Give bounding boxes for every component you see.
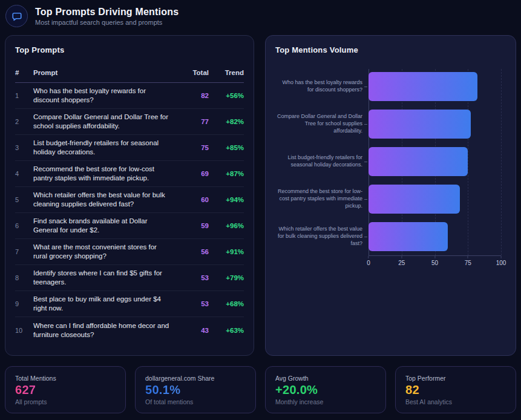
bar-row: List budget-friendly retailers for seaso… xyxy=(275,143,506,180)
table-row[interactable]: 6 Find snack brands available at Dollar … xyxy=(15,213,244,239)
prompt-cell: Recommend the best store for low-cost pa… xyxy=(33,165,179,183)
rank-cell: 6 xyxy=(15,222,33,229)
mentions-volume-panel: Top Mentions Volume Who has the best loy… xyxy=(265,35,516,356)
prompt-cell: Where can I find affordable home decor a… xyxy=(33,321,179,340)
mentions-bar-chart: Who has the best loyalty rewards for dis… xyxy=(275,68,506,271)
bar-row: Compare Dollar General and Dollar Tree f… xyxy=(275,105,506,143)
trend-cell: +91% xyxy=(209,248,244,255)
trend-cell: +56% xyxy=(209,92,244,99)
prompt-cell: Identify stores where I can find $5 gift… xyxy=(33,269,179,287)
bar[interactable] xyxy=(369,72,477,101)
total-cell: 82 xyxy=(179,92,209,99)
total-cell: 56 xyxy=(179,248,209,255)
bar-label: Who has the best loyalty rewards for dis… xyxy=(275,79,369,93)
rank-cell: 9 xyxy=(15,300,33,307)
total-cell: 59 xyxy=(179,222,209,229)
x-tick: 75 xyxy=(465,260,471,266)
table-row[interactable]: 9 Best place to buy milk and eggs under … xyxy=(15,291,244,317)
col-prompt: Prompt xyxy=(33,69,179,76)
table-row[interactable]: 8 Identify stores where I can find $5 gi… xyxy=(15,265,244,291)
bar-track xyxy=(369,72,501,101)
prompt-cell: List budget-friendly retailers for seaso… xyxy=(33,139,179,157)
stat-card-share: dollargeneral.com Share 50.1% Of total m… xyxy=(135,366,256,413)
x-tick: 0 xyxy=(367,260,370,266)
total-cell: 77 xyxy=(179,118,209,125)
total-cell: 43 xyxy=(179,327,209,334)
bar-row: Recommend the best store for low-cost pa… xyxy=(275,180,506,218)
table-row[interactable]: 4 Recommend the best store for low-cost … xyxy=(15,161,244,187)
bar-label: Which retailer offers the best value for… xyxy=(275,226,369,247)
stat-value: 627 xyxy=(15,383,116,397)
bar-track xyxy=(369,110,501,139)
table-row[interactable]: 3 List budget-friendly retailers for sea… xyxy=(15,135,244,161)
col-rank: # xyxy=(15,69,33,76)
prompt-cell: Best place to buy milk and eggs under $4… xyxy=(33,295,179,313)
trend-cell: +87% xyxy=(209,170,244,177)
bar-track xyxy=(369,147,501,176)
bar[interactable] xyxy=(369,222,448,251)
x-axis: 0 25 50 75 100 xyxy=(369,255,501,271)
stat-value: 50.1% xyxy=(145,383,246,397)
stat-value: 82 xyxy=(405,383,506,397)
rank-cell: 1 xyxy=(15,92,33,99)
stats-row: Total Mentions 627 All prompts dollargen… xyxy=(5,366,516,413)
bar-label: List budget-friendly retailers for seaso… xyxy=(275,154,369,168)
rank-cell: 3 xyxy=(15,144,33,151)
stat-sub: Best AI analytics xyxy=(405,398,506,405)
trend-cell: +96% xyxy=(209,222,244,229)
x-tick: 50 xyxy=(431,260,438,266)
trend-cell: +68% xyxy=(209,300,244,307)
rank-cell: 10 xyxy=(15,327,33,334)
bar-row: Who has the best loyalty rewards for dis… xyxy=(275,68,506,105)
top-prompts-title: Top Prompts xyxy=(15,45,244,54)
bar[interactable] xyxy=(369,110,471,139)
rank-cell: 7 xyxy=(15,248,33,255)
prompt-cell: What are the most convenient stores for … xyxy=(33,243,179,261)
col-total: Total xyxy=(179,69,209,76)
stat-label: Avg Growth xyxy=(275,375,376,382)
stat-card-avg-growth: Avg Growth +20.0% Monthly increase xyxy=(265,366,386,413)
page-title: Top Prompts Driving Mentions xyxy=(35,7,179,18)
total-cell: 75 xyxy=(179,144,209,151)
table-row[interactable]: 1 Who has the best loyalty rewards for d… xyxy=(15,83,244,109)
page-subtitle: Most impactful search queries and prompt… xyxy=(35,19,179,26)
bar-label: Recommend the best store for low-cost pa… xyxy=(275,188,369,209)
stat-card-top-performer: Top Performer 82 Best AI analytics xyxy=(395,366,516,413)
prompt-cell: Who has the best loyalty rewards for dis… xyxy=(33,87,179,105)
stat-sub: Monthly increase xyxy=(275,398,376,405)
stat-value: +20.0% xyxy=(275,383,376,397)
rank-cell: 8 xyxy=(15,274,33,281)
trend-cell: +63% xyxy=(209,327,244,334)
x-tick: 100 xyxy=(496,260,506,266)
trend-cell: +85% xyxy=(209,144,244,151)
bar-row: Which retailer offers the best value for… xyxy=(275,218,506,255)
bar[interactable] xyxy=(369,185,460,214)
prompt-cell: Which retailer offers the best value for… xyxy=(33,191,179,209)
bar-track xyxy=(369,185,501,214)
table-header-row: # Prompt Total Trend xyxy=(15,61,244,83)
trend-cell: +94% xyxy=(209,196,244,203)
bar[interactable] xyxy=(369,147,468,176)
total-cell: 53 xyxy=(179,300,209,307)
stat-sub: Of total mentions xyxy=(145,398,246,405)
stat-card-total-mentions: Total Mentions 627 All prompts xyxy=(5,366,126,413)
chat-bubble-icon xyxy=(5,5,28,27)
trend-cell: +79% xyxy=(209,274,244,281)
prompts-table: # Prompt Total Trend 1 Who has the best … xyxy=(15,61,244,343)
total-cell: 60 xyxy=(179,196,209,203)
bar-track xyxy=(369,222,501,251)
rank-cell: 4 xyxy=(15,170,33,177)
stat-sub: All prompts xyxy=(15,398,116,405)
table-row[interactable]: 5 Which retailer offers the best value f… xyxy=(15,187,244,213)
stat-label: Top Performer xyxy=(405,375,506,382)
trend-cell: +82% xyxy=(209,118,244,125)
prompt-cell: Find snack brands available at Dollar Ge… xyxy=(33,217,179,235)
stat-label: dollargeneral.com Share xyxy=(145,375,246,382)
bar-label: Compare Dollar General and Dollar Tree f… xyxy=(275,113,369,134)
table-row[interactable]: 2 Compare Dollar General and Dollar Tree… xyxy=(15,109,244,135)
rank-cell: 5 xyxy=(15,196,33,203)
stat-label: Total Mentions xyxy=(15,375,116,382)
table-row[interactable]: 7 What are the most convenient stores fo… xyxy=(15,239,244,265)
table-row[interactable]: 10 Where can I find affordable home deco… xyxy=(15,317,244,343)
mentions-volume-title: Top Mentions Volume xyxy=(275,45,506,54)
